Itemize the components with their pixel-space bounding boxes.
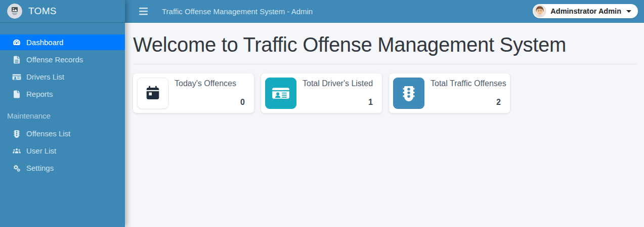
brand-logo-image [7, 4, 22, 19]
traffic-light-icon [12, 129, 22, 138]
sidebar-item-reports[interactable]: Reports [0, 86, 125, 102]
stat-card-title: Total Traffic Offenses [431, 79, 501, 88]
users-icon [12, 146, 22, 156]
sidebar-item-drivers-list[interactable]: Drivers List [0, 69, 125, 85]
sidebar-item-dashboard[interactable]: Dashboard [0, 34, 125, 50]
stat-card-title: Today's Offences [175, 79, 245, 88]
traffic-light-icon [393, 78, 424, 109]
stat-card-total-drivers: Total Driver's Listed 1 [261, 73, 382, 113]
user-menu-button[interactable]: Adminstrator Admin [533, 4, 638, 18]
stat-cards-row: Today's Offences 0 Total Driver's Listed… [133, 73, 637, 113]
caret-down-icon [626, 10, 631, 13]
sidebar-section-maintenance: Maintenance [0, 103, 125, 126]
gauge-icon [12, 38, 22, 47]
stat-card-body: Today's Offences 0 [168, 78, 250, 109]
sidebar-item-offense-records[interactable]: Offense Records [0, 52, 125, 67]
sidebar-item-label: User List [26, 146, 56, 155]
sidebar-item-label: Dashboard [26, 38, 63, 47]
file-icon [12, 90, 22, 99]
stat-card-value: 0 [175, 98, 245, 107]
stat-card-todays-offences: Today's Offences 0 [133, 73, 254, 113]
id-card-icon [265, 78, 296, 109]
sidebar-item-offenses-list[interactable]: Offenses List [0, 126, 125, 141]
bars-icon [139, 8, 148, 15]
brand[interactable]: TOMS [0, 0, 125, 23]
stat-card-body: Total Driver's Listed 1 [296, 78, 378, 109]
stat-card-title: Total Driver's Listed [303, 79, 373, 88]
stat-card-body: Total Traffic Offenses 2 [424, 78, 506, 109]
id-card-icon [12, 72, 22, 82]
stat-card-total-offenses: Total Traffic Offenses 2 [389, 73, 510, 113]
menu-toggle-button[interactable] [137, 6, 150, 17]
main-wrapper: Traffic Offense Management System - Admi… [125, 0, 644, 227]
sidebar-item-label: Offenses List [26, 129, 70, 138]
user-name: Adminstrator Admin [550, 7, 621, 15]
navbar-title: Traffic Offense Management System - Admi… [162, 7, 313, 16]
user-avatar [533, 5, 546, 18]
sidebar-item-label: Settings [26, 164, 54, 172]
page-title: Welcome to Traffic Offense Management Sy… [133, 33, 637, 56]
sidebar-item-user-list[interactable]: User List [0, 143, 125, 159]
sidebar-nav: Dashboard Offense Records Drivers List R… [0, 23, 125, 177]
top-navbar: Traffic Offense Management System - Admi… [125, 0, 644, 23]
calendar-day-icon [137, 78, 168, 109]
sidebar: TOMS Dashboard Offense Records Drivers L… [0, 0, 125, 227]
sidebar-item-label: Reports [26, 90, 53, 98]
sidebar-item-label: Drivers List [26, 72, 64, 81]
file-lines-icon [12, 55, 22, 64]
sidebar-item-label: Offense Records [26, 55, 83, 64]
cogs-icon [12, 164, 22, 173]
content-area: Welcome to Traffic Offense Management Sy… [125, 23, 644, 227]
stat-card-value: 2 [431, 98, 501, 107]
divider [133, 64, 637, 64]
sidebar-item-settings[interactable]: Settings [0, 160, 125, 176]
stat-card-value: 1 [303, 98, 373, 107]
brand-name: TOMS [28, 6, 57, 17]
